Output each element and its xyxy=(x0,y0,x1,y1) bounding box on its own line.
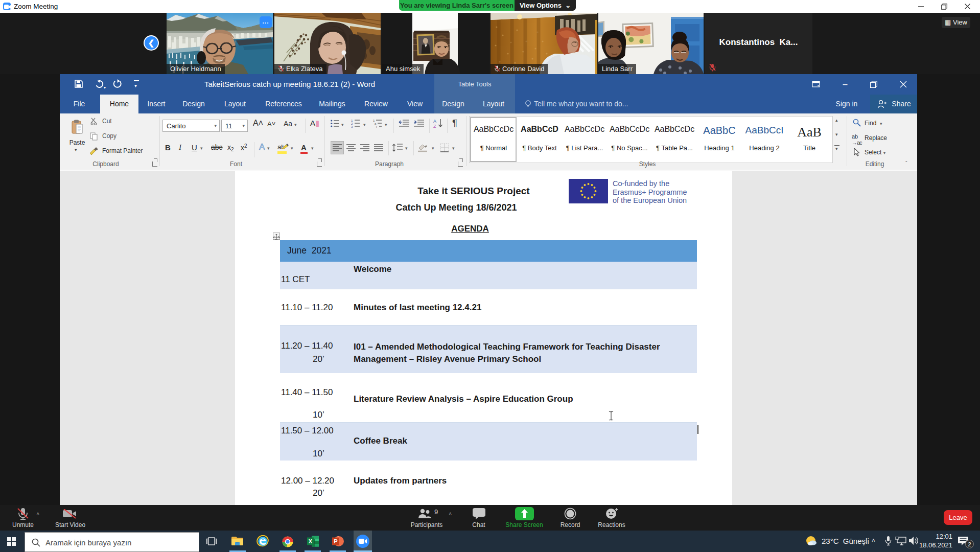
svg-text:Z: Z xyxy=(433,124,436,128)
svg-text:P: P xyxy=(334,538,337,544)
svg-text:3: 3 xyxy=(351,125,353,128)
svg-text:i: i xyxy=(376,125,377,128)
svg-text:A: A xyxy=(433,119,436,124)
svg-text:X: X xyxy=(309,538,313,544)
